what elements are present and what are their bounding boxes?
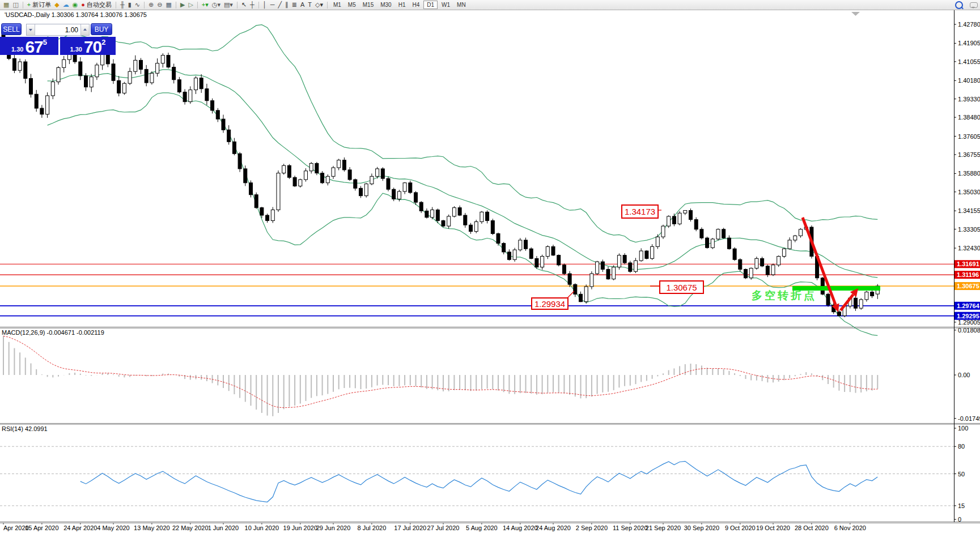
annotation-chinese-text[interactable]: 多空转折点 bbox=[752, 288, 817, 303]
date-axis[interactable]: Apr 202015 Apr 202024 Apr 20204 May 2020… bbox=[3, 523, 866, 531]
zoom-in-icon[interactable]: ⊕ bbox=[147, 1, 155, 9]
horizontal-line-icon[interactable]: ─ bbox=[269, 1, 276, 9]
svg-text:1.34155: 1.34155 bbox=[958, 207, 980, 214]
cursor-icon: ↖ bbox=[241, 1, 247, 9]
crosshair-icon[interactable]: ┼ bbox=[249, 1, 256, 9]
bar-chart-icon: ╫ bbox=[120, 1, 125, 9]
text-icon: A bbox=[300, 1, 304, 9]
candlestick-chart-icon[interactable]: ▮ bbox=[127, 1, 133, 9]
zoom-out-icon[interactable]: ⊖ bbox=[156, 1, 163, 9]
vertical-line-icon: │ bbox=[263, 1, 267, 9]
svg-text:1.29764: 1.29764 bbox=[957, 302, 980, 309]
channel-icon: ∥ bbox=[285, 1, 289, 9]
svg-text:24 Aug 2020: 24 Aug 2020 bbox=[536, 525, 571, 531]
autotrading-button[interactable]: ●自动交易 bbox=[80, 1, 113, 9]
trendline-icon[interactable]: ╱ bbox=[277, 1, 283, 9]
timeframe-button-m5[interactable]: M5 bbox=[345, 1, 359, 9]
mql5-cloud-icon: ☁ bbox=[63, 1, 69, 9]
auto-scroll-icon[interactable]: ▶ bbox=[179, 1, 186, 9]
new-chart-icon[interactable]: ▦ bbox=[2, 1, 10, 9]
autotrading-button: ● bbox=[81, 1, 85, 9]
line-chart-icon: ∿ bbox=[135, 1, 140, 9]
svg-text:5 Aug 2020: 5 Aug 2020 bbox=[466, 525, 498, 531]
bid-price-box[interactable]: 1.30 67 5 bbox=[0, 37, 58, 55]
svg-text:1.29295: 1.29295 bbox=[957, 313, 979, 319]
svg-text:9 Oct 2020: 9 Oct 2020 bbox=[725, 525, 756, 531]
volume-decrease-button[interactable] bbox=[27, 24, 35, 35]
new-order-button[interactable]: +新订单 bbox=[26, 1, 52, 9]
svg-text:29 Jun 2020: 29 Jun 2020 bbox=[316, 525, 351, 531]
timeframe-button-m30[interactable]: M30 bbox=[377, 1, 394, 9]
shapes-menu-icon[interactable]: ◇▾ bbox=[314, 1, 324, 9]
search-icon[interactable] bbox=[954, 1, 964, 9]
sell-button[interactable]: SELL bbox=[1, 23, 22, 35]
bar-chart-icon[interactable]: ╫ bbox=[119, 1, 126, 9]
svg-text:-0.017497: -0.017497 bbox=[958, 415, 980, 422]
timeframes-menu-icon[interactable]: ◷▾ bbox=[211, 1, 222, 9]
fibonacci-icon[interactable]: ≣ bbox=[291, 1, 298, 9]
svg-text:2 Sep 2020: 2 Sep 2020 bbox=[576, 525, 608, 531]
svg-text:1.33305: 1.33305 bbox=[958, 226, 980, 233]
label-icon[interactable]: T bbox=[307, 1, 313, 9]
timeframe-button-h4[interactable]: H4 bbox=[409, 1, 422, 9]
text-icon[interactable]: A bbox=[299, 1, 306, 9]
svg-text:1.35030: 1.35030 bbox=[958, 189, 980, 195]
annotation-price-label-low[interactable]: 1.29934 bbox=[531, 297, 569, 310]
timeframe-button-d1[interactable]: D1 bbox=[423, 1, 438, 9]
svg-text:30 Sep 2020: 30 Sep 2020 bbox=[684, 525, 719, 531]
macd-signal-line bbox=[3, 336, 877, 408]
indicators-menu-icon[interactable]: +▾ bbox=[201, 1, 210, 9]
timeframe-button-m15[interactable]: M15 bbox=[360, 1, 376, 9]
ask-price-box[interactable]: 1.30 70 2 bbox=[60, 37, 116, 55]
volume-increase-button[interactable] bbox=[80, 24, 89, 35]
toolbar-separator bbox=[258, 2, 259, 8]
volume-stepper bbox=[26, 24, 90, 36]
svg-text:1.31691: 1.31691 bbox=[957, 261, 979, 267]
svg-text:1.35880: 1.35880 bbox=[958, 170, 980, 177]
crosshair-icon: ┼ bbox=[250, 1, 254, 9]
volume-input[interactable] bbox=[35, 24, 80, 35]
chart-profiles-icon[interactable]: ◫ bbox=[11, 1, 19, 9]
fibonacci-icon: ≣ bbox=[292, 1, 297, 9]
signals-icon[interactable]: ◉ bbox=[71, 1, 79, 9]
line-chart-icon[interactable]: ∿ bbox=[134, 1, 141, 9]
trendline-icon: ╱ bbox=[278, 1, 282, 9]
toolbar-separator bbox=[23, 2, 23, 8]
svg-text:6 Nov 2020: 6 Nov 2020 bbox=[834, 525, 866, 531]
svg-text:1.32430: 1.32430 bbox=[958, 245, 980, 251]
market-watch-icon[interactable]: ◆ bbox=[53, 1, 60, 9]
svg-text:1.30675: 1.30675 bbox=[957, 283, 979, 289]
mql5-cloud-icon[interactable]: ☁ bbox=[62, 1, 70, 9]
macd-indicator-label: MACD(12,26,9) -0.004671 -0.002119 bbox=[2, 329, 104, 336]
toolbar-separator bbox=[116, 2, 116, 8]
svg-text:14 Aug 2020: 14 Aug 2020 bbox=[503, 525, 538, 531]
tile-windows-icon: ▦ bbox=[166, 1, 172, 9]
bid-prefix: 1.30 bbox=[11, 46, 23, 53]
svg-text:0.018083: 0.018083 bbox=[958, 327, 980, 334]
svg-text:15: 15 bbox=[958, 502, 965, 509]
timeframe-button-h1[interactable]: H1 bbox=[396, 1, 409, 9]
svg-text:1.36755: 1.36755 bbox=[958, 151, 980, 158]
main-chart-area[interactable]: 0.0180830.00-0.01749710080501501.427801.… bbox=[0, 0, 980, 533]
timeframe-button-w1[interactable]: W1 bbox=[439, 1, 453, 9]
annotation-price-label-high[interactable]: 1.34173 bbox=[621, 204, 659, 219]
annotation-price-label-current[interactable]: 1.30675 bbox=[659, 280, 704, 294]
svg-text:21 Sep 2020: 21 Sep 2020 bbox=[646, 525, 681, 531]
timeframe-button-mn[interactable]: MN bbox=[454, 1, 469, 9]
timeframe-button-m1[interactable]: M1 bbox=[330, 1, 344, 9]
new-chart-icon: ▦ bbox=[3, 1, 9, 9]
price-axis[interactable]: 1.427801.419051.410551.401801.393301.384… bbox=[954, 21, 980, 326]
vertical-line-icon[interactable]: │ bbox=[262, 1, 268, 9]
chart-shift-icon[interactable]: ▷ bbox=[187, 1, 194, 9]
rsi-panel: 1008050150 bbox=[0, 425, 968, 523]
ask-pip-digit: 2 bbox=[101, 38, 105, 46]
templates-menu-icon[interactable]: ▤▾ bbox=[223, 1, 234, 9]
buy-button[interactable]: BUY bbox=[91, 23, 112, 35]
channel-icon[interactable]: ∥ bbox=[284, 1, 290, 9]
svg-text:13 May 2020: 13 May 2020 bbox=[134, 525, 170, 531]
chat-icon[interactable] bbox=[969, 1, 979, 9]
svg-text:1.39330: 1.39330 bbox=[958, 96, 980, 103]
cursor-icon[interactable]: ↖ bbox=[240, 1, 248, 9]
market-watch-icon: ◆ bbox=[54, 1, 59, 9]
tile-windows-icon[interactable]: ▦ bbox=[165, 1, 173, 9]
